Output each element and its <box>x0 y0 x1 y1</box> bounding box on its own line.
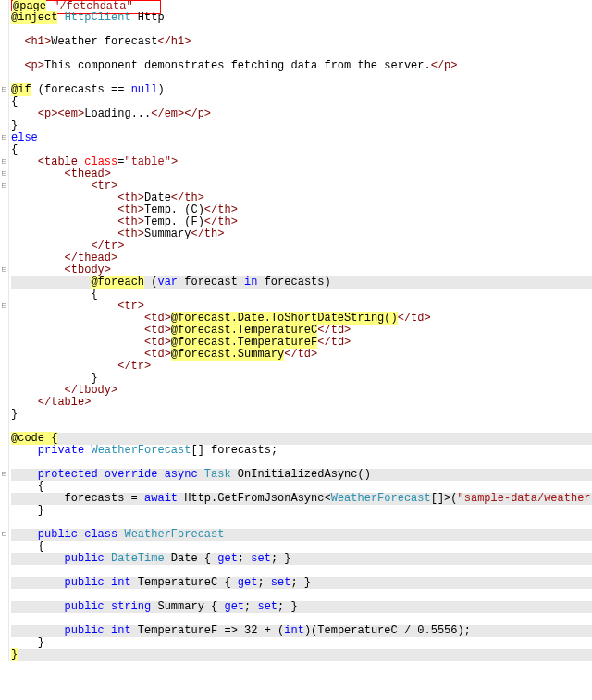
fold-marker <box>0 276 8 289</box>
fold-marker <box>0 577 8 589</box>
code-line[interactable]: } <box>11 120 592 132</box>
code-line[interactable]: @inject HttpClient Http <box>11 12 592 24</box>
fold-marker <box>0 637 8 649</box>
fold-marker <box>0 433 8 445</box>
fold-marker <box>0 589 8 601</box>
fold-marker[interactable]: ⊟ <box>0 264 8 276</box>
code-line[interactable]: public int TemperatureC { get; set; } <box>11 577 592 589</box>
fold-marker <box>0 60 8 72</box>
code-line[interactable]: forecasts = await Http.GetFromJsonAsync<… <box>11 493 592 505</box>
code-line[interactable]: <p>This component demonstrates fetching … <box>11 60 592 72</box>
code-line[interactable]: else <box>11 132 592 144</box>
fold-marker <box>0 373 8 385</box>
fold-marker[interactable]: ⊟ <box>0 168 8 180</box>
code-line[interactable]: public int TemperatureF => 32 + (int)(Te… <box>11 625 592 637</box>
code-line[interactable]: } <box>11 409 592 421</box>
code-line[interactable]: <h1>Weather forecast</h1> <box>11 36 592 48</box>
code-line[interactable]: } <box>11 505 592 517</box>
fold-marker <box>0 397 8 409</box>
fold-marker[interactable]: ⊟ <box>0 180 8 192</box>
fold-marker <box>0 289 8 301</box>
code-line[interactable]: </tbody> <box>11 385 592 397</box>
fold-marker <box>0 228 8 240</box>
fold-marker <box>0 120 8 132</box>
code-area[interactable]: @page "/fetchdata" @inject HttpClient Ht… <box>9 0 592 661</box>
fold-marker <box>0 24 8 36</box>
fold-marker <box>0 445 8 457</box>
fold-marker[interactable]: ⊟ <box>0 301 8 313</box>
fold-marker <box>0 108 8 120</box>
fold-marker <box>0 457 8 469</box>
fold-marker <box>0 613 8 625</box>
code-line[interactable]: } <box>11 649 592 661</box>
fold-marker <box>0 361 8 373</box>
code-line[interactable]: </table> <box>11 397 592 409</box>
fold-marker[interactable]: ⊟ <box>0 469 8 481</box>
fold-gutter[interactable]: ⊟⊟⊟⊟⊟⊟⊟⊟⊟ <box>0 0 9 661</box>
fold-marker <box>0 325 8 337</box>
fold-marker <box>0 553 8 565</box>
code-line[interactable]: public DateTime Date { get; set; } <box>11 553 592 565</box>
fold-marker[interactable]: ⊟ <box>0 84 8 96</box>
fold-marker <box>0 493 8 505</box>
fold-marker <box>0 192 8 204</box>
code-line[interactable]: <p><em>Loading...</em></p> <box>11 108 592 120</box>
code-line[interactable]: @foreach (var forecast in forecasts) <box>11 276 592 289</box>
code-line[interactable] <box>11 421 592 433</box>
code-line[interactable]: protected override async Task OnInitiali… <box>11 469 592 481</box>
code-line[interactable]: @if (forecasts == null) <box>11 84 592 96</box>
code-line[interactable]: public class WeatherForecast <box>11 529 592 541</box>
fold-marker <box>0 337 8 349</box>
fold-marker <box>0 421 8 433</box>
fold-marker <box>0 252 8 264</box>
fold-marker <box>0 505 8 517</box>
fold-marker <box>0 0 8 12</box>
fold-marker <box>0 517 8 529</box>
fold-marker <box>0 481 8 493</box>
fold-marker <box>0 409 8 421</box>
fold-marker <box>0 36 8 48</box>
code-line[interactable]: } <box>11 637 592 649</box>
code-editor[interactable]: ⊟⊟⊟⊟⊟⊟⊟⊟⊟ @page "/fetchdata" @inject Htt… <box>0 0 592 661</box>
fold-marker <box>0 48 8 60</box>
fold-marker <box>0 565 8 577</box>
fold-marker <box>0 96 8 108</box>
fold-marker <box>0 240 8 252</box>
fold-marker <box>0 144 8 156</box>
fold-marker <box>0 541 8 553</box>
fold-marker <box>0 385 8 397</box>
fold-marker[interactable]: ⊟ <box>0 529 8 541</box>
fold-marker <box>0 601 8 613</box>
code-line[interactable]: </tr> <box>11 361 592 373</box>
fold-marker <box>0 12 8 24</box>
fold-marker <box>0 204 8 216</box>
fold-marker <box>0 313 8 325</box>
fold-marker <box>0 625 8 637</box>
fold-marker[interactable]: ⊟ <box>0 156 8 168</box>
fold-marker <box>0 649 8 661</box>
fold-marker <box>0 72 8 84</box>
code-line[interactable]: public string Summary { get; set; } <box>11 601 592 613</box>
code-line[interactable]: private WeatherForecast[] forecasts; <box>11 445 592 457</box>
fold-marker <box>0 349 8 361</box>
fold-marker[interactable]: ⊟ <box>0 132 8 144</box>
fold-marker <box>0 216 8 228</box>
